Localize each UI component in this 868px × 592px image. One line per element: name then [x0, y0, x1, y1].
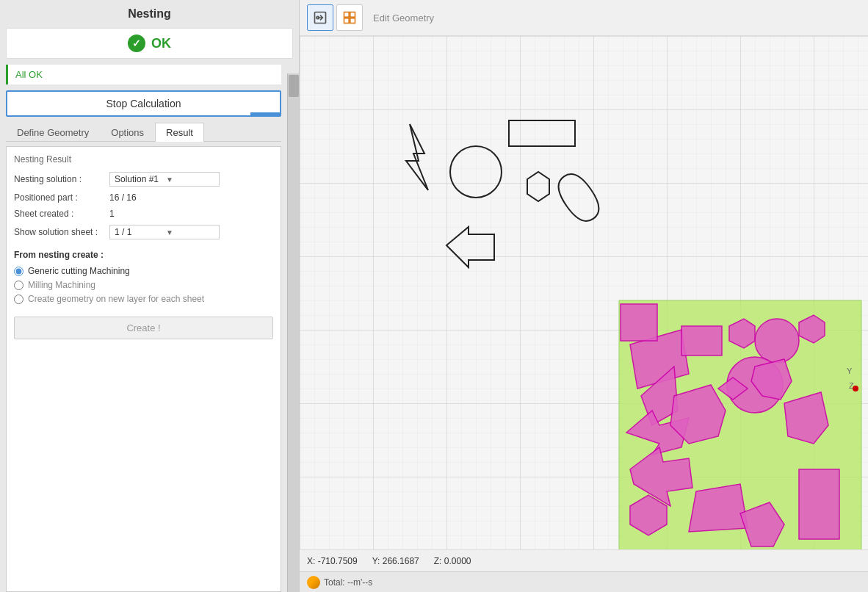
sheet-created-row: Sheet created : 1 [14, 209, 273, 219]
from-nesting-section: From nesting create : Generic cutting Ma… [14, 250, 273, 339]
create-button[interactable]: Create ! [14, 317, 273, 339]
result-section: Nesting Result Nesting solution : Soluti… [6, 146, 281, 592]
milling-radio[interactable] [14, 281, 23, 290]
stop-calc-container: Stop Calculation [6, 90, 281, 117]
grid-tool-button[interactable] [336, 4, 363, 31]
tab-result[interactable]: Result [155, 123, 204, 142]
positioned-part-label: Positioned part : [14, 192, 109, 203]
left-panel: Nesting ✓ OK All OK Stop Calculation Def… [0, 0, 300, 592]
total-icon [307, 576, 320, 589]
generic-cutting-radio[interactable] [14, 267, 23, 276]
x-coord: X: -710.7509 [307, 556, 358, 566]
positioned-part-value: 16 / 16 [109, 192, 137, 203]
show-solution-dropdown[interactable]: 1 / 1 ▼ [109, 225, 220, 239]
create-geom-label: Create geometry on new layer for each sh… [28, 294, 204, 304]
svg-rect-2 [344, 12, 350, 18]
right-panel: Edit Geometry [300, 0, 868, 592]
svg-marker-24 [689, 484, 748, 532]
svg-rect-14 [681, 326, 722, 355]
nesting-solution-arrow: ▼ [166, 176, 214, 184]
create-geom-radio[interactable] [14, 295, 23, 304]
generic-cutting-label: Generic cutting Machining [28, 266, 130, 276]
link-tool-button[interactable] [307, 4, 333, 31]
toolbar: Edit Geometry [300, 0, 868, 36]
milling-radio-row: Milling Machining [14, 280, 273, 290]
all-ok-bar: All OK [6, 65, 281, 84]
create-geom-radio-row: Create geometry on new layer for each sh… [14, 294, 273, 304]
y-coord: Y: 266.1687 [372, 556, 419, 566]
edit-geometry-label: Edit Geometry [373, 12, 434, 24]
svg-point-30 [853, 386, 858, 391]
svg-rect-5 [350, 18, 355, 24]
ok-label: OK [151, 36, 171, 51]
ok-button[interactable]: ✓ OK [6, 28, 293, 59]
panel-title: Nesting [0, 0, 299, 25]
tab-options[interactable]: Options [100, 123, 155, 142]
stop-calc-button[interactable]: Stop Calculation [7, 92, 280, 115]
total-label: Total: --m'--s [324, 577, 372, 588]
bottom-bar: Total: --m'--s [300, 571, 868, 592]
show-solution-value: 1 / 1 [115, 227, 163, 237]
milling-label: Milling Machining [28, 280, 95, 290]
nesting-solution-label: Nesting solution : [14, 174, 109, 184]
show-solution-row: Show solution sheet : 1 / 1 ▼ [14, 225, 273, 239]
nesting-solution-value: Solution #1 [115, 174, 163, 184]
sheet-created-label: Sheet created : [14, 209, 109, 219]
show-solution-arrow: ▼ [166, 228, 214, 237]
svg-rect-4 [344, 18, 350, 24]
show-solution-label: Show solution sheet : [14, 227, 109, 237]
svg-point-16 [755, 319, 799, 363]
scrollbar[interactable] [287, 73, 299, 592]
positioned-part-row: Positioned part : 16 / 16 [14, 192, 273, 203]
z-coord: Z: 0.0000 [434, 556, 471, 566]
ok-icon: ✓ [128, 35, 145, 52]
scroll-thumb[interactable] [289, 75, 299, 97]
svg-rect-27 [621, 304, 657, 341]
nesting-solution-row: Nesting solution : Solution #1 ▼ [14, 172, 273, 187]
nesting-result-title: Nesting Result [14, 154, 273, 165]
svg-text:Y: Y [847, 367, 853, 375]
generic-cutting-radio-row: Generic cutting Machining [14, 266, 273, 276]
canvas-area[interactable]: Y Z [300, 36, 868, 549]
svg-rect-3 [350, 12, 355, 18]
tabs: Define Geometry Options Result [6, 123, 281, 142]
from-nesting-label: From nesting create : [14, 250, 273, 260]
progress-bar [250, 112, 280, 115]
tab-define-geometry[interactable]: Define Geometry [6, 123, 100, 142]
sheet-created-value: 1 [109, 209, 115, 219]
status-bar: X: -710.7509 Y: 266.1687 Z: 0.0000 [300, 549, 868, 571]
nesting-solution-dropdown[interactable]: Solution #1 ▼ [109, 172, 220, 187]
canvas-svg: Y Z [300, 36, 868, 549]
svg-rect-23 [799, 469, 839, 539]
